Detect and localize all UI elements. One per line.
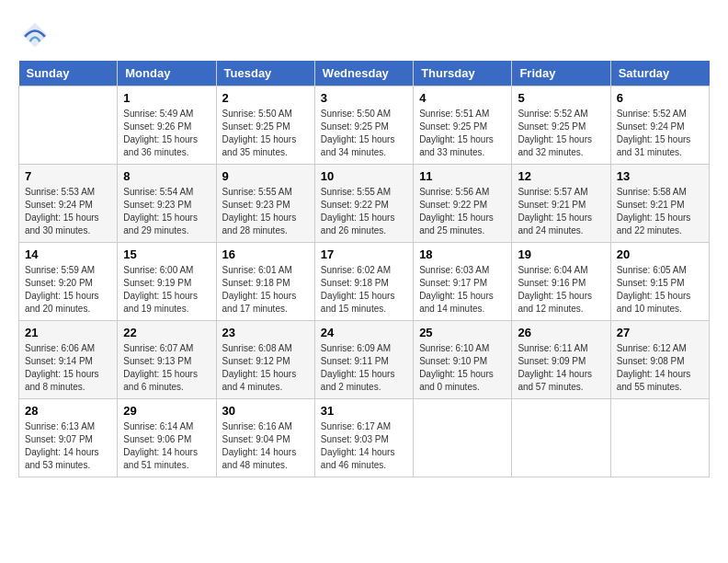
weekday-header-row: SundayMondayTuesdayWednesdayThursdayFrid…	[19, 61, 710, 86]
calendar-cell	[512, 399, 610, 477]
day-number: 7	[25, 169, 111, 183]
day-info: Sunrise: 6:08 AM Sunset: 9:12 PM Dayligh…	[222, 342, 309, 394]
day-info: Sunrise: 5:51 AM Sunset: 9:25 PM Dayligh…	[419, 108, 506, 159]
day-number: 6	[617, 91, 703, 105]
calendar-table: SundayMondayTuesdayWednesdayThursdayFrid…	[18, 61, 710, 477]
day-number: 8	[123, 169, 210, 183]
week-row-1: 1Sunrise: 5:49 AM Sunset: 9:26 PM Daylig…	[19, 86, 710, 165]
calendar-cell: 28Sunrise: 6:13 AM Sunset: 9:07 PM Dayli…	[19, 399, 118, 477]
weekday-header-sunday: Sunday	[19, 61, 118, 86]
day-info: Sunrise: 5:59 AM Sunset: 9:20 PM Dayligh…	[25, 264, 111, 316]
calendar-cell: 12Sunrise: 5:57 AM Sunset: 9:21 PM Dayli…	[512, 165, 610, 243]
day-info: Sunrise: 6:09 AM Sunset: 9:11 PM Dayligh…	[321, 342, 407, 394]
day-info: Sunrise: 5:56 AM Sunset: 9:22 PM Dayligh…	[419, 186, 506, 237]
day-info: Sunrise: 6:12 AM Sunset: 9:08 PM Dayligh…	[617, 342, 703, 394]
day-number: 19	[518, 247, 604, 261]
weekday-header-tuesday: Tuesday	[216, 61, 314, 86]
day-info: Sunrise: 5:49 AM Sunset: 9:26 PM Dayligh…	[123, 108, 210, 159]
day-number: 18	[419, 247, 506, 261]
week-row-5: 28Sunrise: 6:13 AM Sunset: 9:07 PM Dayli…	[19, 399, 710, 477]
weekday-header-monday: Monday	[118, 61, 216, 86]
calendar-cell: 30Sunrise: 6:16 AM Sunset: 9:04 PM Dayli…	[216, 399, 314, 477]
header	[18, 18, 710, 52]
day-number: 30	[222, 404, 309, 418]
calendar-cell: 19Sunrise: 6:04 AM Sunset: 9:16 PM Dayli…	[512, 243, 610, 321]
calendar-cell: 27Sunrise: 6:12 AM Sunset: 9:08 PM Dayli…	[610, 321, 709, 399]
calendar-cell	[414, 399, 512, 477]
calendar-cell: 31Sunrise: 6:17 AM Sunset: 9:03 PM Dayli…	[314, 399, 413, 477]
day-info: Sunrise: 6:17 AM Sunset: 9:03 PM Dayligh…	[321, 420, 407, 472]
weekday-header-friday: Friday	[512, 61, 610, 86]
calendar-cell: 8Sunrise: 5:54 AM Sunset: 9:23 PM Daylig…	[118, 165, 216, 243]
day-number: 20	[617, 247, 703, 261]
calendar-cell: 22Sunrise: 6:07 AM Sunset: 9:13 PM Dayli…	[118, 321, 216, 399]
calendar-cell: 7Sunrise: 5:53 AM Sunset: 9:24 PM Daylig…	[19, 165, 118, 243]
calendar-cell: 10Sunrise: 5:55 AM Sunset: 9:22 PM Dayli…	[314, 165, 413, 243]
day-info: Sunrise: 5:50 AM Sunset: 9:25 PM Dayligh…	[321, 108, 407, 159]
day-number: 15	[123, 247, 210, 261]
calendar-cell: 13Sunrise: 5:58 AM Sunset: 9:21 PM Dayli…	[610, 165, 709, 243]
day-info: Sunrise: 6:02 AM Sunset: 9:18 PM Dayligh…	[321, 264, 407, 316]
weekday-header-wednesday: Wednesday	[314, 61, 413, 86]
day-number: 25	[419, 326, 506, 339]
day-number: 24	[321, 326, 407, 339]
calendar-cell: 18Sunrise: 6:03 AM Sunset: 9:17 PM Dayli…	[414, 243, 512, 321]
day-number: 5	[518, 91, 604, 105]
calendar-cell: 26Sunrise: 6:11 AM Sunset: 9:09 PM Dayli…	[512, 321, 610, 399]
day-number: 12	[518, 169, 604, 183]
calendar-cell: 25Sunrise: 6:10 AM Sunset: 9:10 PM Dayli…	[414, 321, 512, 399]
day-info: Sunrise: 5:54 AM Sunset: 9:23 PM Dayligh…	[123, 186, 210, 237]
day-number: 2	[222, 91, 309, 105]
weekday-header-saturday: Saturday	[610, 61, 709, 86]
day-number: 17	[321, 247, 407, 261]
week-row-3: 14Sunrise: 5:59 AM Sunset: 9:20 PM Dayli…	[19, 243, 710, 321]
day-number: 14	[25, 247, 111, 261]
day-number: 23	[222, 326, 309, 339]
day-number: 31	[321, 404, 407, 418]
calendar-cell: 16Sunrise: 6:01 AM Sunset: 9:18 PM Dayli…	[216, 243, 314, 321]
day-number: 4	[419, 91, 506, 105]
calendar-cell: 11Sunrise: 5:56 AM Sunset: 9:22 PM Dayli…	[414, 165, 512, 243]
calendar-cell	[19, 86, 118, 165]
day-info: Sunrise: 6:10 AM Sunset: 9:10 PM Dayligh…	[419, 342, 506, 394]
calendar-cell: 9Sunrise: 5:55 AM Sunset: 9:23 PM Daylig…	[216, 165, 314, 243]
calendar-cell	[610, 399, 709, 477]
day-info: Sunrise: 5:52 AM Sunset: 9:24 PM Dayligh…	[617, 108, 703, 159]
day-info: Sunrise: 5:55 AM Sunset: 9:22 PM Dayligh…	[321, 186, 407, 237]
day-info: Sunrise: 5:50 AM Sunset: 9:25 PM Dayligh…	[222, 108, 309, 159]
calendar-cell: 3Sunrise: 5:50 AM Sunset: 9:25 PM Daylig…	[314, 86, 413, 165]
day-number: 29	[123, 404, 210, 418]
calendar-cell: 21Sunrise: 6:06 AM Sunset: 9:14 PM Dayli…	[19, 321, 118, 399]
day-info: Sunrise: 5:53 AM Sunset: 9:24 PM Dayligh…	[25, 186, 111, 237]
calendar-cell: 14Sunrise: 5:59 AM Sunset: 9:20 PM Dayli…	[19, 243, 118, 321]
day-number: 13	[617, 169, 703, 183]
day-number: 27	[617, 326, 703, 339]
calendar-cell: 15Sunrise: 6:00 AM Sunset: 9:19 PM Dayli…	[118, 243, 216, 321]
day-number: 10	[321, 169, 407, 183]
calendar-cell: 5Sunrise: 5:52 AM Sunset: 9:25 PM Daylig…	[512, 86, 610, 165]
calendar-cell: 4Sunrise: 5:51 AM Sunset: 9:25 PM Daylig…	[414, 86, 512, 165]
day-info: Sunrise: 5:52 AM Sunset: 9:25 PM Dayligh…	[518, 108, 604, 159]
day-info: Sunrise: 6:07 AM Sunset: 9:13 PM Dayligh…	[123, 342, 210, 394]
week-row-4: 21Sunrise: 6:06 AM Sunset: 9:14 PM Dayli…	[19, 321, 710, 399]
day-number: 22	[123, 326, 210, 339]
day-info: Sunrise: 5:58 AM Sunset: 9:21 PM Dayligh…	[617, 186, 703, 237]
day-info: Sunrise: 6:16 AM Sunset: 9:04 PM Dayligh…	[222, 420, 309, 472]
day-info: Sunrise: 6:11 AM Sunset: 9:09 PM Dayligh…	[518, 342, 604, 394]
calendar-cell: 6Sunrise: 5:52 AM Sunset: 9:24 PM Daylig…	[610, 86, 709, 165]
day-number: 1	[123, 91, 210, 105]
day-info: Sunrise: 6:03 AM Sunset: 9:17 PM Dayligh…	[419, 264, 506, 316]
day-info: Sunrise: 5:57 AM Sunset: 9:21 PM Dayligh…	[518, 186, 604, 237]
calendar-cell: 23Sunrise: 6:08 AM Sunset: 9:12 PM Dayli…	[216, 321, 314, 399]
day-number: 21	[25, 326, 111, 339]
day-number: 28	[25, 404, 111, 418]
calendar-cell: 20Sunrise: 6:05 AM Sunset: 9:15 PM Dayli…	[610, 243, 709, 321]
day-number: 11	[419, 169, 506, 183]
logo-icon	[18, 18, 51, 52]
day-info: Sunrise: 6:00 AM Sunset: 9:19 PM Dayligh…	[123, 264, 210, 316]
day-number: 16	[222, 247, 309, 261]
calendar-cell: 1Sunrise: 5:49 AM Sunset: 9:26 PM Daylig…	[118, 86, 216, 165]
day-info: Sunrise: 6:14 AM Sunset: 9:06 PM Dayligh…	[123, 420, 210, 472]
calendar-cell: 2Sunrise: 5:50 AM Sunset: 9:25 PM Daylig…	[216, 86, 314, 165]
day-number: 3	[321, 91, 407, 105]
